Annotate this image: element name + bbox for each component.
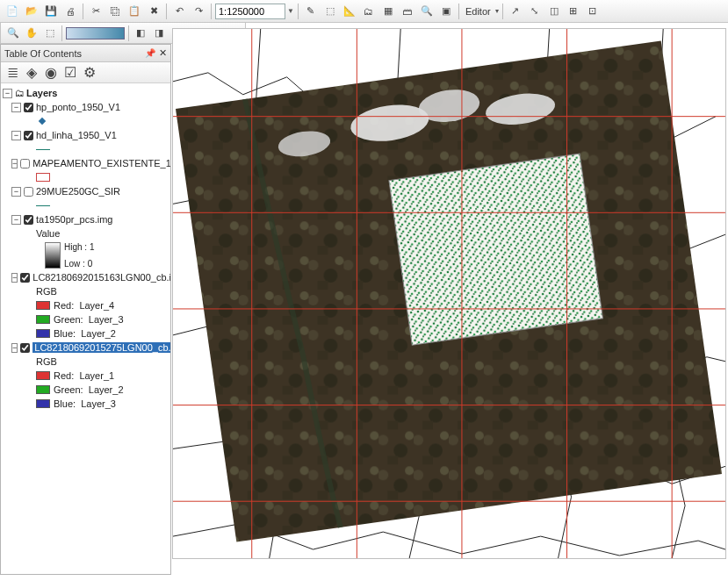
band-layer: Layer_2 [89,384,124,395]
toc-titlebar: Table Of Contents 📌 ✕ [1,45,170,62]
blue-swatch-icon [36,399,50,408]
redo-icon[interactable]: ↷ [190,3,207,20]
blue-swatch-icon [36,329,50,338]
tool-icon[interactable]: ⬚ [321,3,339,20]
layer-checkbox[interactable] [24,103,33,112]
open-icon[interactable]: 📂 [23,3,40,20]
layer-checkbox[interactable] [20,273,30,283]
dropdown-icon[interactable]: ▾ [495,7,499,15]
separator [298,4,299,19]
layer-name[interactable]: hd_linha_1950_V1 [36,130,117,140]
tool-icon[interactable]: ◧ [133,25,149,42]
toc-tree[interactable]: −🗂 Layers −hp_ponto_1950_V1 −hd_linha_19… [1,83,170,574]
layer-name[interactable]: ta1950pr_pcs.img [36,214,112,225]
tool-icon[interactable]: ✎ [302,3,320,20]
cut-icon[interactable]: ✂ [87,3,105,20]
layer-checkbox[interactable] [24,215,33,225]
pan-icon[interactable]: ✋ [23,25,40,42]
separator [211,4,212,19]
select-icon[interactable]: ⬚ [41,25,58,42]
dropdown-icon[interactable]: ▼ [287,7,294,15]
band-color: Green: [54,384,83,395]
catalog-icon[interactable]: 🗃 [399,3,416,20]
zoom-in-icon[interactable]: 🔍 [4,25,21,42]
svg-rect-14 [389,154,602,345]
paste-icon[interactable]: 📋 [126,3,143,20]
layers-root[interactable]: Layers [26,88,57,98]
collapse-icon[interactable]: − [11,273,18,283]
red-swatch-icon [36,371,50,380]
collapse-icon[interactable]: − [11,159,18,169]
layer-name-selected[interactable]: LC82180692015275LGN00_cb.img [32,342,170,353]
layer-checkbox[interactable] [20,159,30,169]
tool-icon[interactable]: ◨ [151,25,168,42]
layer-checkbox[interactable] [24,187,33,197]
polygon-symbol-icon [36,173,50,182]
layer-checkbox[interactable] [24,131,33,140]
band-layer: Layer_4 [79,300,114,311]
point-symbol-icon [39,118,46,125]
ramp-high: High : 1 [64,242,94,252]
close-icon[interactable]: ✕ [159,47,167,59]
collapse-icon[interactable]: − [11,343,18,353]
layer-name[interactable]: MAPEAMENTO_EXISTENTE_100000 [32,158,170,169]
tool-icon[interactable]: 🗂 [360,3,378,20]
delete-icon[interactable]: ✖ [145,3,162,20]
tool-icon[interactable]: ⤡ [526,3,544,20]
copy-icon[interactable]: ⿻ [106,3,124,20]
toc-title-label: Table Of Contents [4,48,82,59]
tool-icon[interactable]: ↗ [507,3,524,20]
band-layer: Layer_1 [79,370,114,381]
options-icon[interactable]: ⚙ [82,65,97,81]
list-by-drawing-icon[interactable]: ≣ [4,65,20,81]
tool-icon[interactable]: ◫ [545,3,563,20]
map-svg [173,29,725,558]
tool-icon[interactable]: ▣ [437,3,455,20]
pin-icon[interactable]: 📌 [145,48,155,58]
layer-name[interactable]: LC82180692015163LGN00_cb.img [32,272,170,283]
band-color: Red: [54,370,74,381]
list-by-source-icon[interactable]: ◈ [24,65,40,81]
band-color: Red: [54,300,74,311]
tool-icon[interactable]: ▦ [379,3,397,20]
inset-tile [389,154,602,345]
rgb-label: RGB [36,356,57,367]
collapse-icon[interactable]: − [11,215,21,225]
new-icon[interactable]: 📄 [4,3,21,20]
undo-icon[interactable]: ↶ [170,3,188,20]
layer-name[interactable]: hp_ponto_1950_V1 [36,102,120,112]
print-icon[interactable]: 🖨 [61,3,79,20]
line-symbol-icon [36,205,50,206]
tool-icon[interactable]: 📐 [341,3,358,20]
ramp-low: Low : 0 [64,259,94,269]
band-color: Blue: [54,328,76,339]
search-icon[interactable]: 🔍 [418,3,436,20]
map-canvas[interactable] [172,28,726,559]
tool-icon[interactable]: ⊞ [565,3,582,20]
collapse-icon[interactable]: − [11,131,21,140]
editor-dropdown[interactable]: Editor [465,6,491,17]
band-color: Green: [54,314,83,325]
layer-checkbox[interactable] [20,343,30,353]
collapse-icon[interactable]: − [3,89,12,98]
collapse-icon[interactable]: − [11,103,21,112]
separator [128,25,129,41]
save-icon[interactable]: 💾 [42,3,60,20]
collapse-icon[interactable]: − [11,187,21,197]
main-toolbar: 📄 📂 💾 🖨 ✂ ⿻ 📋 ✖ ↶ ↷ ▼ ✎ ⬚ 📐 🗂 ▦ 🗃 🔍 ▣ Ed… [0,0,728,23]
toc-toolbar: ≣ ◈ ◉ ☑ ⚙ [1,62,170,83]
color-ramp[interactable] [66,27,124,39]
scale-combo[interactable] [215,4,285,19]
ramp-icon [45,242,61,269]
value-label: Value [36,228,60,239]
tool-icon[interactable]: ⊡ [584,3,602,20]
list-by-visibility-icon[interactable]: ◉ [43,65,59,81]
list-by-selection-icon[interactable]: ☑ [62,65,78,81]
layer-name[interactable]: 29MUE250GC_SIR [36,186,120,197]
red-swatch-icon [36,301,50,310]
separator [166,4,167,19]
separator [61,25,62,41]
green-swatch-icon [36,315,50,324]
separator [83,4,83,19]
line-symbol-icon [36,149,50,150]
